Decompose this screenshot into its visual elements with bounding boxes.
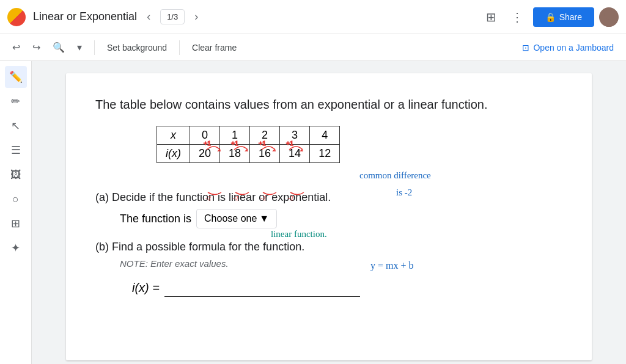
sidebar-item-pen[interactable]: ✏️ [5,66,27,88]
part-a-label: (a) Decide if the function is linear or … [95,191,562,204]
dropdown-label: Choose one [204,213,257,224]
sidebar-item-image[interactable]: 🖼 [5,164,27,186]
sidebar-item-laser[interactable]: ✦ [5,237,27,259]
undo-button[interactable]: ↩ [7,38,25,57]
x-val-0: 0 [190,126,220,145]
lock-icon: 🔒 [545,12,556,22]
content-area: +1 +1 +1 +1 -2 [32,61,626,364]
sidebar-item-pencil[interactable]: ✏ [5,90,27,112]
slide-frame: +1 +1 +1 +1 -2 [66,73,592,360]
set-background-button[interactable]: Set background [102,39,172,56]
x-header: x [157,126,190,145]
x-val-4: 4 [310,126,340,145]
ix-val-0: 20 [190,145,220,163]
x-val-1: 1 [220,126,250,145]
ix-val-1: 18 [220,145,250,163]
ix-label: i(x) [157,145,190,163]
data-table: x 0 1 2 3 4 i(x) 20 18 16 14 12 [156,126,340,163]
ix-val-3: 14 [280,145,310,163]
svg-point-0 [604,10,614,20]
zoom-button[interactable]: 🔍 [48,38,70,57]
toolbar: ↩ ↪ 🔍 ▾ Set background Clear frame ⊡ Ope… [0,34,626,61]
sidebar-item-note[interactable]: ☰ [5,139,27,161]
x-val-3: 3 [280,126,310,145]
app-logo [7,8,26,26]
dropdown-arrow-icon: ▼ [259,213,269,224]
sidebar-item-shape[interactable]: ○ [5,188,27,210]
display-options-button[interactable]: ⊞ [481,6,501,28]
ix-val-4: 12 [310,145,340,163]
note-text: NOTE: Enter exact values. [120,258,562,269]
function-line: The function is Choose one ▼ [120,209,562,228]
clear-frame-button[interactable]: Clear frame [187,39,241,56]
user-avatar [599,7,619,27]
main-layout: ✏️ ✏ ↖ ☰ 🖼 ○ ⊞ ✦ +1 +1 +1 +1 [0,61,626,364]
top-bar: Linear or Exponential ‹ 1/3 › ⊞ ⋮ 🔒 Shar… [0,0,626,34]
part-b-label: (b) Find a possible formula for the func… [95,241,562,253]
answer-input[interactable] [164,278,360,297]
share-button[interactable]: 🔒 Share [533,7,594,27]
zoom-dropdown-button[interactable]: ▾ [72,38,87,57]
ix-val-2: 16 [250,145,280,163]
table-header-row: x 0 1 2 3 4 [157,126,340,145]
svg-text:common difference: common difference [359,170,431,180]
share-label: Share [559,12,582,22]
answer-line: i(x) = [132,278,562,297]
nav-next-button[interactable]: › [190,7,203,27]
toolbar-divider [94,40,95,55]
redo-button[interactable]: ↪ [28,38,45,57]
sidebar-item-frame[interactable]: ⊞ [5,213,27,235]
page-indicator[interactable]: 1/3 [160,9,185,24]
app-title: Linear or Exponential [33,10,137,23]
open-jamboard-label: Open on a Jamboard [533,43,614,53]
sidebar: ✏️ ✏ ↖ ☰ 🖼 ○ ⊞ ✦ [0,61,32,364]
toolbar-divider-2 [179,40,180,55]
choose-one-dropdown[interactable]: Choose one ▼ [196,209,277,228]
table-container: x 0 1 2 3 4 i(x) 20 18 16 14 12 [156,126,340,163]
jamboard-icon: ⊡ [522,43,529,53]
svg-text:linear function.: linear function. [271,229,327,239]
x-val-2: 2 [250,126,280,145]
the-function-is-text: The function is [120,213,191,225]
sidebar-item-select[interactable]: ↖ [5,115,27,137]
open-jamboard-button[interactable]: ⊡ Open on a Jamboard [517,39,619,56]
nav-prev-button[interactable]: ‹ [142,7,155,27]
i-x-equals-label: i(x) = [132,281,160,295]
problem-intro: The table below contains values from an … [95,95,562,114]
more-options-button[interactable]: ⋮ [506,6,528,28]
svg-point-1 [600,20,617,27]
table-data-row: i(x) 20 18 16 14 12 [157,145,340,163]
